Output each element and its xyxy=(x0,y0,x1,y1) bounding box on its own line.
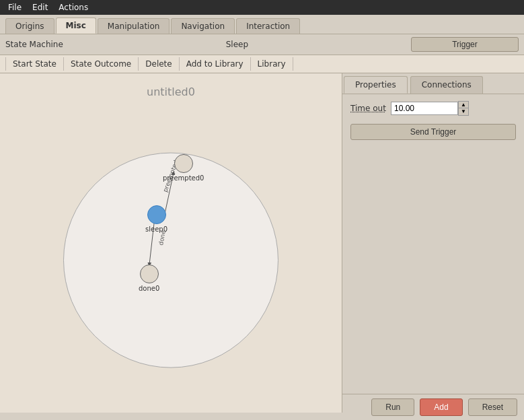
tab-origins[interactable]: Origins xyxy=(5,18,54,34)
library-btn[interactable]: Library xyxy=(251,57,293,71)
send-trigger-button[interactable]: Send Trigger xyxy=(350,124,516,140)
done0-node[interactable]: done0 xyxy=(139,265,159,292)
tab-properties[interactable]: Properties xyxy=(344,76,408,94)
state-outcome-btn[interactable]: State Outcome xyxy=(64,57,139,71)
delete-btn[interactable]: Delete xyxy=(139,57,179,71)
properties-body: Time out ▲ ▼ Send Trigger xyxy=(342,94,524,413)
tabbar: Origins Misc Manipulation Navigation Int… xyxy=(0,15,524,34)
spinner-down-btn[interactable]: ▼ xyxy=(459,108,468,115)
preempted0-label: preempted0 xyxy=(163,174,204,182)
sleep0-node[interactable]: sleep0 xyxy=(145,205,167,233)
timeout-label: Time out xyxy=(350,104,391,113)
reset-button[interactable]: Reset xyxy=(468,398,517,416)
add-to-library-btn[interactable]: Add to Library xyxy=(180,57,251,71)
trigger-button[interactable]: Trigger xyxy=(411,37,519,52)
tab-connections[interactable]: Connections xyxy=(410,76,483,94)
canvas-title: untitled0 xyxy=(147,85,195,98)
sleep0-circle xyxy=(147,205,166,224)
menu-actions[interactable]: Actions xyxy=(53,1,93,13)
done0-circle xyxy=(140,265,159,283)
timeout-input[interactable] xyxy=(391,102,458,115)
sleep-label: Sleep xyxy=(226,40,248,49)
tab-navigation[interactable]: Navigation xyxy=(171,18,235,34)
menu-file[interactable]: File xyxy=(3,1,27,13)
tab-misc[interactable]: Misc xyxy=(56,18,96,34)
tab-interaction[interactable]: Interaction xyxy=(236,18,300,34)
sleep0-label: sleep0 xyxy=(145,225,167,233)
start-state-btn[interactable]: Start State xyxy=(5,57,64,71)
run-button[interactable]: Run xyxy=(371,398,414,416)
toolbar2: Start State State Outcome Delete Add to … xyxy=(0,55,524,73)
bottom-bar: Run Add Reset xyxy=(342,394,524,420)
menu-edit[interactable]: Edit xyxy=(27,1,53,13)
tab-manipulation[interactable]: Manipulation xyxy=(98,18,170,34)
done0-label: done0 xyxy=(139,285,159,292)
timeout-spinner[interactable]: ▲ ▼ xyxy=(458,101,469,116)
preempted0-node[interactable]: preempted0 xyxy=(163,154,204,182)
timeout-row: Time out ▲ ▼ xyxy=(350,101,516,116)
add-button[interactable]: Add xyxy=(420,398,462,416)
state-machine-circle xyxy=(63,153,278,368)
right-panel: Properties Connections Time out ▲ ▼ Send… xyxy=(342,73,524,413)
toolbar: State Machine Sleep Trigger xyxy=(0,34,524,55)
preempted0-circle xyxy=(174,154,193,173)
canvas-area[interactable]: untitled0 preempted done preempted0 xyxy=(0,73,342,413)
spinner-up-btn[interactable]: ▲ xyxy=(459,102,468,108)
main-content: untitled0 preempted done preempted0 xyxy=(0,73,524,413)
properties-tabs: Properties Connections xyxy=(342,73,524,94)
state-machine-label: State Machine xyxy=(5,40,63,49)
menubar: File Edit Actions xyxy=(0,0,524,15)
